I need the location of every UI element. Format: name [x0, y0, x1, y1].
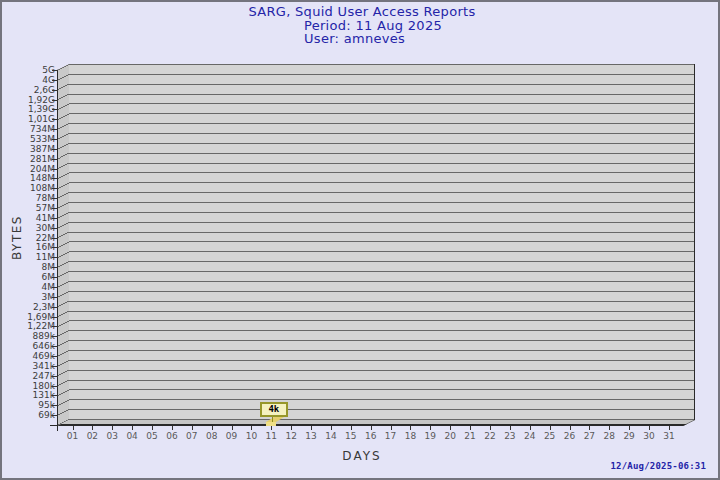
y-gridline: [69, 232, 694, 233]
report-user: User: amneves: [304, 32, 442, 45]
y-tick-label: 533M: [2, 134, 55, 144]
y-tick-mark: [52, 336, 58, 337]
y-gridline: [69, 360, 694, 361]
chart-left-wall-3d: [57, 64, 69, 426]
x-tick-mark: [212, 426, 213, 430]
x-tick-label: 20: [440, 431, 460, 441]
y-tick-mark: [52, 277, 58, 278]
bar-value-tooltip: 4k: [260, 402, 288, 417]
x-tick-label: 15: [341, 431, 361, 441]
y-axis-line-overshoot: [57, 426, 58, 431]
y-tick-label: 6M: [2, 272, 55, 282]
y-tick-mark: [52, 366, 58, 367]
y-gridline: [69, 192, 694, 193]
page-title: SARG, Squid User Access Reports: [2, 5, 720, 19]
y-gridline: [69, 84, 694, 85]
y-tick-label: 57M: [2, 203, 55, 213]
x-tick-mark: [291, 426, 292, 430]
y-tick-mark: [52, 228, 58, 229]
y-tick-mark: [52, 307, 58, 308]
y-tick-label: 247k: [2, 371, 55, 381]
y-gridline: [69, 113, 694, 114]
x-tick-mark: [550, 426, 551, 430]
y-tick-label: 1,39G: [2, 104, 55, 114]
y-tick-mark: [52, 287, 58, 288]
y-gridline: [69, 94, 694, 95]
y-tick-label: 889k: [2, 331, 55, 341]
x-tick-label: 14: [321, 431, 341, 441]
x-tick-mark: [410, 426, 411, 430]
x-tick-label: 21: [460, 431, 480, 441]
x-tick-mark: [331, 426, 332, 430]
x-tick-label: 07: [182, 431, 202, 441]
y-tick-label: 16M: [2, 242, 55, 252]
x-tick-label: 25: [540, 431, 560, 441]
x-tick-label: 29: [619, 431, 639, 441]
y-gridline: [69, 222, 694, 223]
y-gridline: [69, 340, 694, 341]
x-tick-label: 06: [162, 431, 182, 441]
x-tick-label: 27: [579, 431, 599, 441]
y-gridline: [69, 291, 694, 292]
x-tick-label: 12: [281, 431, 301, 441]
y-tick-mark: [52, 80, 58, 81]
x-tick-mark: [172, 426, 173, 430]
y-gridline: [69, 261, 694, 262]
y-gridline: [69, 399, 694, 400]
x-tick-label: 23: [500, 431, 520, 441]
y-gridline: [69, 182, 694, 183]
y-gridline: [69, 143, 694, 144]
y-gridline: [69, 123, 694, 124]
y-tick-mark: [52, 395, 58, 396]
y-tick-mark: [52, 257, 58, 258]
x-tick-mark: [351, 426, 352, 430]
x-tick-mark: [450, 426, 451, 430]
y-tick-label: 281M: [2, 154, 55, 164]
y-gridline: [69, 389, 694, 390]
y-tick-mark: [52, 109, 58, 110]
x-tick-label: 01: [63, 431, 83, 441]
x-tick-mark: [311, 426, 312, 430]
y-tick-label: 69k: [2, 410, 55, 420]
y-gridline: [69, 330, 694, 331]
y-tick-label: 8M: [2, 262, 55, 272]
x-tick-mark: [132, 426, 133, 430]
y-gridline: [69, 103, 694, 104]
y-gridline: [69, 251, 694, 252]
y-tick-mark: [52, 119, 58, 120]
y-gridline: [69, 172, 694, 173]
x-tick-mark: [271, 426, 272, 430]
x-tick-label: 02: [82, 431, 102, 441]
y-tick-label: 1,69M: [2, 312, 55, 322]
x-tick-label: 19: [420, 431, 440, 441]
y-tick-label: 78M: [2, 193, 55, 203]
x-tick-label: 10: [241, 431, 261, 441]
x-tick-label: 16: [361, 431, 381, 441]
y-tick-mark: [52, 90, 58, 91]
x-tick-mark: [609, 426, 610, 430]
y-tick-label: 95k: [2, 400, 55, 410]
y-tick-label: 3M: [2, 292, 55, 302]
y-tick-mark: [52, 129, 58, 130]
y-tick-mark: [52, 356, 58, 357]
y-tick-label: 387M: [2, 144, 55, 154]
y-tick-label: 131k: [2, 390, 55, 400]
y-tick-label: 108M: [2, 183, 55, 193]
y-gridline: [69, 212, 694, 213]
x-tick-label: 26: [560, 431, 580, 441]
y-tick-label: 204M: [2, 164, 55, 174]
y-tick-mark: [52, 100, 58, 101]
y-gridline: [69, 133, 694, 134]
x-tick-mark: [112, 426, 113, 430]
y-gridline: [69, 370, 694, 371]
y-gridline: [69, 271, 694, 272]
x-tick-mark: [490, 426, 491, 430]
y-tick-label: 41M: [2, 213, 55, 223]
y-tick-mark: [52, 267, 58, 268]
y-gridline: [69, 380, 694, 381]
x-tick-mark: [192, 426, 193, 430]
y-tick-label: 469k: [2, 351, 55, 361]
y-tick-label: 734M: [2, 124, 55, 134]
y-tick-label: 1,22M: [2, 321, 55, 331]
y-gridline: [69, 350, 694, 351]
